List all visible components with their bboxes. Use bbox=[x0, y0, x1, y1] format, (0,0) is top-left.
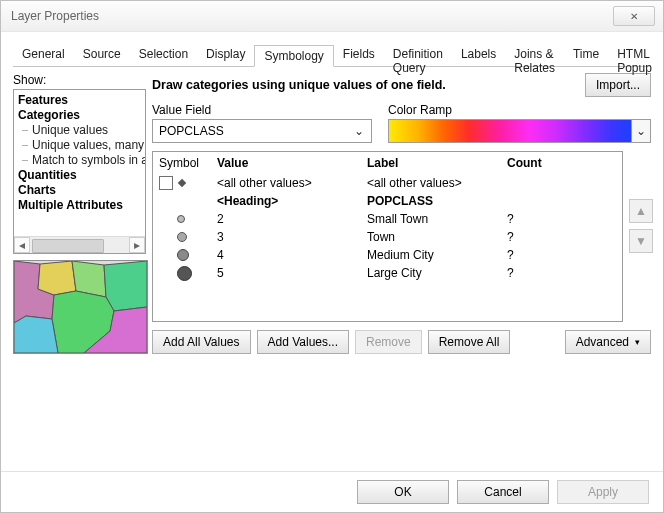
add-values-button[interactable]: Add Values... bbox=[257, 330, 350, 354]
grid-header: Symbol Value Label Count bbox=[153, 152, 622, 174]
tree-item-features[interactable]: Features bbox=[18, 93, 143, 108]
tree-item-match-symbols[interactable]: Match to symbols in a bbox=[18, 153, 143, 168]
import-button[interactable]: Import... bbox=[585, 73, 651, 97]
move-down-button[interactable]: ▼ bbox=[629, 229, 653, 253]
cell-value: 5 bbox=[217, 266, 367, 280]
remove-button[interactable]: Remove bbox=[355, 330, 422, 354]
close-icon: ✕ bbox=[630, 11, 638, 22]
cell-count: ? bbox=[507, 230, 622, 244]
tree-item-multiple[interactable]: Multiple Attributes bbox=[18, 198, 143, 213]
col-count: Count bbox=[507, 156, 622, 170]
cell-label: Town bbox=[367, 230, 507, 244]
tree-horizontal-scrollbar[interactable]: ◂ ▸ bbox=[14, 236, 145, 253]
chevron-down-icon: ⌄ bbox=[351, 124, 367, 138]
color-ramp-label: Color Ramp bbox=[388, 103, 651, 117]
cell-value: 3 bbox=[217, 230, 367, 244]
cancel-button[interactable]: Cancel bbox=[457, 480, 549, 504]
tree-item-quantities[interactable]: Quantities bbox=[18, 168, 143, 183]
all-other-checkbox[interactable] bbox=[159, 176, 173, 190]
point-symbol-icon bbox=[177, 249, 189, 261]
close-button[interactable]: ✕ bbox=[613, 6, 655, 26]
caret-down-icon: ▾ bbox=[635, 337, 640, 347]
reorder-buttons: ▲ ▼ bbox=[629, 151, 651, 322]
advanced-button[interactable]: Advanced ▾ bbox=[565, 330, 651, 354]
left-column: Show: Features Categories Unique values … bbox=[13, 73, 146, 354]
grid-body: <all other values> <all other values> <H… bbox=[153, 174, 622, 321]
remove-all-button[interactable]: Remove All bbox=[428, 330, 511, 354]
cell-label: POPCLASS bbox=[367, 194, 507, 208]
tree-item-categories[interactable]: Categories bbox=[18, 108, 143, 123]
row-all-other[interactable]: <all other values> <all other values> bbox=[153, 174, 622, 192]
apply-button[interactable]: Apply bbox=[557, 480, 649, 504]
tree-item-unique-values-many[interactable]: Unique values, many bbox=[18, 138, 143, 153]
dialog-footer: OK Cancel Apply bbox=[1, 471, 663, 512]
tab-time[interactable]: Time bbox=[564, 44, 608, 66]
color-ramp-select[interactable]: ⌄ bbox=[388, 119, 651, 143]
point-symbol-icon bbox=[177, 266, 192, 281]
scroll-track[interactable] bbox=[30, 237, 129, 253]
tab-fields[interactable]: Fields bbox=[334, 44, 384, 66]
add-all-values-button[interactable]: Add All Values bbox=[152, 330, 251, 354]
cell-label: Medium City bbox=[367, 248, 507, 262]
right-column: Draw categories using unique values of o… bbox=[152, 73, 651, 354]
cell-value: 2 bbox=[217, 212, 367, 226]
diamond-symbol-icon bbox=[178, 179, 186, 187]
value-field-label: Value Field bbox=[152, 103, 372, 117]
show-label: Show: bbox=[13, 73, 146, 87]
color-ramp-preview bbox=[389, 120, 631, 142]
cell-value: <all other values> bbox=[217, 176, 367, 190]
row-value-2[interactable]: 2 Small Town ? bbox=[153, 210, 622, 228]
row-value-4[interactable]: 4 Medium City ? bbox=[153, 246, 622, 264]
chevron-down-icon: ⌄ bbox=[631, 120, 650, 142]
titlebar: Layer Properties ✕ bbox=[1, 1, 663, 32]
map-preview-icon bbox=[14, 261, 147, 353]
tab-joins-relates[interactable]: Joins & Relates bbox=[505, 44, 564, 66]
ok-button[interactable]: OK bbox=[357, 480, 449, 504]
tree-item-charts[interactable]: Charts bbox=[18, 183, 143, 198]
point-symbol-icon bbox=[177, 232, 187, 242]
tab-html-popup[interactable]: HTML Popup bbox=[608, 44, 661, 66]
tab-general[interactable]: General bbox=[13, 44, 74, 66]
cell-count: ? bbox=[507, 266, 622, 280]
cell-count: ? bbox=[507, 248, 622, 262]
col-label: Label bbox=[367, 156, 507, 170]
tree-item-unique-values[interactable]: Unique values bbox=[18, 123, 143, 138]
cell-label: <all other values> bbox=[367, 176, 507, 190]
tab-definition-query[interactable]: Definition Query bbox=[384, 44, 452, 66]
cell-label: Large City bbox=[367, 266, 507, 280]
tab-selection[interactable]: Selection bbox=[130, 44, 197, 66]
show-tree[interactable]: Features Categories Unique values Unique… bbox=[13, 89, 146, 254]
cell-value: <Heading> bbox=[217, 194, 367, 208]
window-title: Layer Properties bbox=[11, 9, 99, 23]
content: General Source Selection Display Symbolo… bbox=[1, 32, 663, 354]
cell-value: 4 bbox=[217, 248, 367, 262]
scroll-left-icon[interactable]: ◂ bbox=[14, 237, 30, 253]
advanced-label: Advanced bbox=[576, 335, 629, 349]
panel-description: Draw categories using unique values of o… bbox=[152, 78, 579, 92]
cell-count: ? bbox=[507, 212, 622, 226]
symbology-preview bbox=[13, 260, 148, 354]
cell-label: Small Town bbox=[367, 212, 507, 226]
move-up-button[interactable]: ▲ bbox=[629, 199, 653, 223]
row-value-5[interactable]: 5 Large City ? bbox=[153, 264, 622, 282]
tab-display[interactable]: Display bbox=[197, 44, 254, 66]
tab-symbology[interactable]: Symbology bbox=[254, 45, 333, 67]
category-button-bar: Add All Values Add Values... Remove Remo… bbox=[152, 330, 651, 354]
tab-source[interactable]: Source bbox=[74, 44, 130, 66]
row-heading[interactable]: <Heading> POPCLASS bbox=[153, 192, 622, 210]
row-value-3[interactable]: 3 Town ? bbox=[153, 228, 622, 246]
col-value: Value bbox=[217, 156, 367, 170]
scroll-right-icon[interactable]: ▸ bbox=[129, 237, 145, 253]
tab-labels[interactable]: Labels bbox=[452, 44, 505, 66]
arrow-down-icon: ▼ bbox=[635, 234, 647, 248]
arrow-up-icon: ▲ bbox=[635, 204, 647, 218]
tabstrip: General Source Selection Display Symbolo… bbox=[13, 44, 651, 67]
value-field-value: POPCLASS bbox=[159, 124, 224, 138]
layer-properties-window: Layer Properties ✕ General Source Select… bbox=[0, 0, 664, 513]
col-symbol: Symbol bbox=[153, 156, 217, 170]
categories-grid[interactable]: Symbol Value Label Count <al bbox=[152, 151, 623, 322]
value-field-select[interactable]: POPCLASS ⌄ bbox=[152, 119, 372, 143]
scroll-thumb[interactable] bbox=[32, 239, 104, 253]
tab-body: Show: Features Categories Unique values … bbox=[13, 67, 651, 354]
point-symbol-icon bbox=[177, 215, 185, 223]
